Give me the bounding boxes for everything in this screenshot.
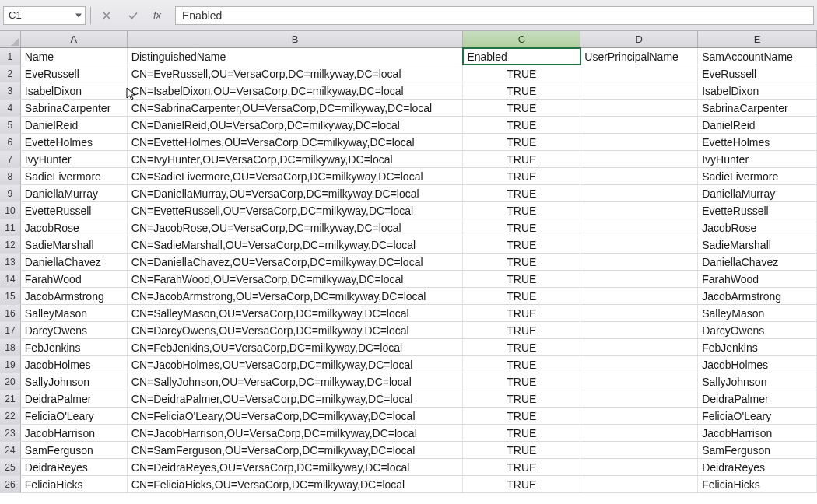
cell[interactable]: SamFerguson <box>21 442 128 458</box>
cell[interactable]: SadieMarshall <box>21 236 128 253</box>
formula-input[interactable]: Enabled <box>175 6 814 25</box>
cell[interactable]: CN=FeliciaHicks,OU=VersaCorp,DC=milkyway… <box>128 476 464 492</box>
cell[interactable]: DanielReid <box>21 117 128 133</box>
row-header[interactable]: 17 <box>0 322 21 338</box>
row-header[interactable]: 26 <box>0 476 21 492</box>
cell[interactable]: FebJenkins <box>21 339 128 355</box>
row-header[interactable]: 3 <box>0 82 21 99</box>
accept-formula-button[interactable] <box>122 6 144 25</box>
cell[interactable]: IsabelDixon <box>21 82 128 99</box>
row-header[interactable]: 20 <box>0 373 21 390</box>
row-header[interactable]: 4 <box>0 100 21 116</box>
cell[interactable]: DeidraReyes <box>698 459 817 475</box>
cell[interactable]: CN=SamFerguson,OU=VersaCorp,DC=milkyway,… <box>128 442 464 458</box>
cell[interactable] <box>580 65 698 82</box>
cell[interactable]: SabrinaCarpenter <box>698 100 817 116</box>
cell[interactable]: Name <box>21 48 128 65</box>
cell[interactable] <box>580 100 698 116</box>
cell[interactable] <box>580 134 698 150</box>
cell[interactable]: SamAccountName <box>698 48 817 65</box>
cell[interactable]: TRUE <box>463 459 580 475</box>
cell[interactable]: CN=JacobHolmes,OU=VersaCorp,DC=milkyway,… <box>128 356 464 373</box>
cell[interactable]: CN=DarcyOwens,OU=VersaCorp,DC=milkyway,D… <box>128 322 464 338</box>
cell[interactable]: DaniellaChavez <box>698 254 817 270</box>
cell[interactable]: DeidraPalmer <box>698 390 817 407</box>
cell[interactable]: CN=DeidraPalmer,OU=VersaCorp,DC=milkyway… <box>128 390 464 407</box>
cell[interactable]: TRUE <box>463 442 580 458</box>
cell[interactable]: CN=IvyHunter,OU=VersaCorp,DC=milkyway,DC… <box>128 151 464 167</box>
cell[interactable]: SadieMarshall <box>698 236 817 253</box>
cell[interactable] <box>580 442 698 458</box>
cell[interactable]: SadieLivermore <box>698 168 817 184</box>
row-header[interactable]: 9 <box>0 185 21 201</box>
cell[interactable] <box>580 236 698 253</box>
cell[interactable]: TRUE <box>463 271 580 287</box>
cell[interactable] <box>580 476 698 492</box>
row-header[interactable]: 16 <box>0 305 21 321</box>
cell[interactable]: EveRussell <box>21 65 128 82</box>
cell[interactable]: FebJenkins <box>698 339 817 355</box>
cell[interactable]: DaniellaMurray <box>21 185 128 201</box>
cell[interactable]: TRUE <box>463 185 580 201</box>
cell[interactable]: DeidraReyes <box>21 459 128 475</box>
row-header[interactable]: 7 <box>0 151 21 167</box>
cell[interactable]: JacobHolmes <box>698 356 817 373</box>
row-header[interactable]: 21 <box>0 390 21 407</box>
cell[interactable]: TRUE <box>463 425 580 441</box>
cell[interactable]: CN=DeidraReyes,OU=VersaCorp,DC=milkyway,… <box>128 459 464 475</box>
cell[interactable]: TRUE <box>463 408 580 424</box>
column-header-B[interactable]: B <box>128 31 464 47</box>
cell[interactable] <box>580 322 698 338</box>
name-box[interactable]: C1 <box>3 6 86 25</box>
cell[interactable]: SallyJohnson <box>21 373 128 390</box>
cell[interactable]: IvyHunter <box>698 151 817 167</box>
cell[interactable]: UserPrincipalName <box>580 48 698 65</box>
cell[interactable]: TRUE <box>463 65 580 82</box>
cell[interactable] <box>580 117 698 133</box>
column-header-C[interactable]: C <box>463 31 580 47</box>
cell[interactable]: TRUE <box>463 151 580 167</box>
cell[interactable] <box>580 356 698 373</box>
row-header[interactable]: 10 <box>0 202 21 219</box>
cell[interactable]: EvetteRussell <box>698 202 817 219</box>
cell[interactable]: CN=SalleyMason,OU=VersaCorp,DC=milkyway,… <box>128 305 464 321</box>
cell[interactable]: CN=DaniellaMurray,OU=VersaCorp,DC=milkyw… <box>128 185 464 201</box>
cell[interactable]: FarahWood <box>21 271 128 287</box>
cell[interactable] <box>580 185 698 201</box>
cancel-formula-button[interactable] <box>96 6 117 25</box>
cell[interactable]: DarcyOwens <box>21 322 128 338</box>
cell[interactable]: CN=DanielReid,OU=VersaCorp,DC=milkyway,D… <box>128 117 464 133</box>
cell[interactable]: JacobRose <box>21 219 128 236</box>
cell[interactable]: TRUE <box>463 288 580 304</box>
cell[interactable]: CN=DaniellaChavez,OU=VersaCorp,DC=milkyw… <box>128 254 464 270</box>
cell[interactable] <box>580 408 698 424</box>
cell-selected[interactable]: Enabled <box>463 48 580 65</box>
cell[interactable]: TRUE <box>463 202 580 219</box>
row-header[interactable]: 15 <box>0 288 21 304</box>
row-header[interactable]: 18 <box>0 339 21 355</box>
row-header[interactable]: 5 <box>0 117 21 133</box>
cell[interactable]: TRUE <box>463 134 580 150</box>
cell[interactable]: TRUE <box>463 168 580 184</box>
cell[interactable]: CN=JacobArmstrong,OU=VersaCorp,DC=milkyw… <box>128 288 464 304</box>
row-header[interactable]: 13 <box>0 254 21 270</box>
row-header[interactable]: 25 <box>0 459 21 475</box>
cell[interactable]: JacobHarrison <box>698 425 817 441</box>
row-header[interactable]: 23 <box>0 425 21 441</box>
cell[interactable]: EvetteHolmes <box>21 134 128 150</box>
cell[interactable]: FeliciaO'Leary <box>21 408 128 424</box>
row-header[interactable]: 12 <box>0 236 21 253</box>
cell[interactable]: CN=FebJenkins,OU=VersaCorp,DC=milkyway,D… <box>128 339 464 355</box>
column-header-E[interactable]: E <box>698 31 817 47</box>
row-header[interactable]: 8 <box>0 168 21 184</box>
cell[interactable]: JacobArmstrong <box>698 288 817 304</box>
row-header[interactable]: 14 <box>0 271 21 287</box>
cell[interactable]: TRUE <box>463 236 580 253</box>
cell[interactable] <box>580 339 698 355</box>
cell[interactable]: JacobHarrison <box>21 425 128 441</box>
cell[interactable]: FeliciaHicks <box>21 476 128 492</box>
cell[interactable] <box>580 151 698 167</box>
cell[interactable]: SallyJohnson <box>698 373 817 390</box>
cell[interactable]: CN=EvetteRussell,OU=VersaCorp,DC=milkywa… <box>128 202 464 219</box>
cell[interactable]: CN=EveRussell,OU=VersaCorp,DC=milkyway,D… <box>128 65 464 82</box>
